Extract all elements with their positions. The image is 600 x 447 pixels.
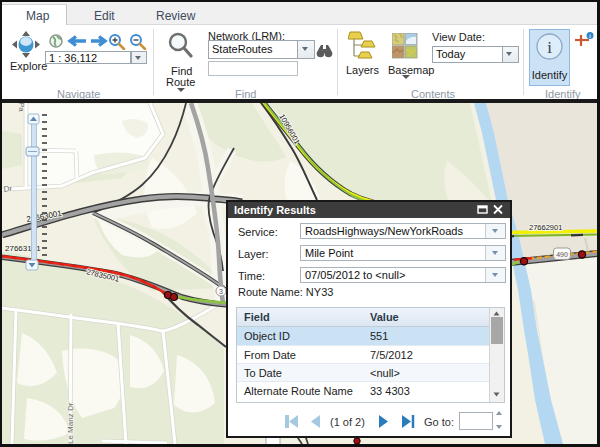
svg-text:Dr: Dr	[3, 184, 13, 194]
svg-text:3: 3	[219, 288, 223, 295]
svg-text:Le Manz Dr: Le Manz Dr	[66, 402, 75, 444]
svg-text:Identify: Identify	[532, 69, 568, 81]
svg-text:i: i	[547, 38, 552, 57]
svg-text:27662901: 27662901	[529, 223, 562, 232]
svg-text:Pa: Pa	[17, 103, 26, 112]
svg-text:490: 490	[556, 251, 568, 258]
